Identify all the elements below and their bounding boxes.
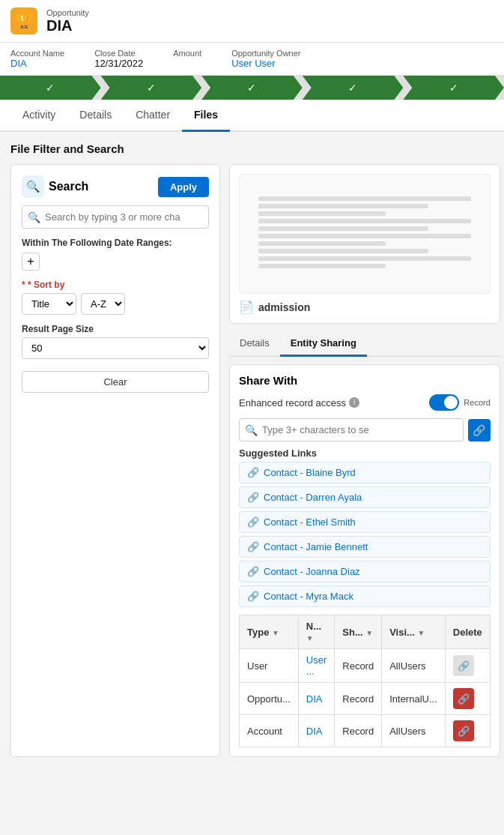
enhanced-label: Enhanced record access i (239, 397, 359, 409)
tab-details[interactable]: Details (67, 100, 124, 132)
row-type: Account (240, 715, 299, 747)
toggle-wrap: Record (429, 394, 490, 411)
col-visibility: Visi... ▼ (382, 615, 446, 649)
owner-value[interactable]: User User (231, 58, 300, 69)
list-item[interactable]: 🔗 Contact - Myra Mack (239, 585, 491, 607)
delete-button[interactable]: 🔗 (453, 688, 474, 709)
chain-icon: 🔗 (247, 467, 259, 478)
filter-container: 🔍 Search Apply 🔍 Within The Following Da… (10, 164, 494, 757)
row-name[interactable]: User ... (298, 649, 334, 683)
delete-button[interactable]: 🔗 (453, 720, 474, 741)
progress-step-3[interactable]: ✓ (201, 76, 303, 100)
list-item[interactable]: 🔗 Contact - Ethel Smith (239, 511, 491, 533)
sort-arrow[interactable]: ▼ (272, 629, 279, 637)
document-preview: 📄 admission (229, 164, 500, 324)
row-name[interactable]: DIA (298, 683, 334, 715)
search-header: 🔍 Search Apply (22, 175, 209, 198)
doc-line (258, 226, 428, 231)
tab-activity[interactable]: Activity (10, 100, 67, 132)
delete-button-disabled[interactable]: 🔗 (453, 655, 474, 676)
account-label: Account Name (10, 49, 64, 58)
doc-line (258, 211, 386, 216)
suggested-links-label: Suggested Links (239, 447, 491, 459)
row-visibility: AllUsers (382, 715, 446, 747)
header-title: DIA (46, 17, 89, 34)
doc-line (258, 234, 471, 238)
sort-section: * * Sort by Title Name Date A-Z Z-A (22, 280, 209, 315)
progress-step-5[interactable]: ✓ (403, 76, 504, 100)
row-type: Opportu... (240, 683, 299, 715)
add-date-range-button[interactable]: + (22, 253, 40, 271)
sort-field-select[interactable]: Title Name Date (22, 293, 76, 315)
search-input-wrap: 🔍 (22, 205, 209, 229)
doc-line (258, 219, 471, 223)
enhanced-toggle[interactable] (429, 394, 459, 411)
row-type: User (240, 649, 299, 683)
page-size-select[interactable]: 50 25 100 (22, 337, 209, 359)
table-row: Opportu... DIA Record InternalU... 🔗 (240, 683, 491, 715)
list-item[interactable]: 🔗 Contact - Blaine Byrd (239, 462, 491, 483)
tab-files[interactable]: Files (182, 100, 230, 132)
list-item[interactable]: 🔗 Contact - Darren Ayala (239, 486, 491, 508)
progress-step-1[interactable]: ✓ (0, 76, 101, 100)
sort-arrow[interactable]: ▼ (306, 634, 314, 642)
close-date-value: 12/31/2022 (94, 58, 143, 69)
chain-icon: 🔗 (247, 516, 259, 528)
doc-lines (258, 196, 471, 271)
progress-step-4[interactable]: ✓ (303, 76, 404, 100)
tab-chatter[interactable]: Chatter (124, 100, 182, 132)
search-label: Search (49, 180, 88, 193)
header-text: Opportunity DIA (46, 8, 89, 34)
doc-name: admission (258, 301, 310, 313)
search-input-icon: 🔍 (28, 211, 40, 223)
chain-icon: 🔗 (247, 566, 259, 577)
meta-account: Account Name DIA (10, 49, 64, 69)
search-input[interactable] (22, 205, 209, 229)
col-name: N... ▼ (298, 615, 334, 649)
col-share: Sh... ▼ (335, 615, 382, 649)
sort-order-select[interactable]: A-Z Z-A (81, 293, 125, 315)
subtab-entity-sharing[interactable]: Entity Sharing (280, 331, 367, 357)
table-row: User User ... Record AllUsers 🔗 (240, 649, 491, 683)
type-input-wrap: 🔍 🔗 (239, 418, 491, 441)
row-share: Record (335, 683, 382, 715)
row-delete: 🔗 (445, 649, 490, 683)
sort-arrow[interactable]: ▼ (418, 629, 425, 637)
meta-close-date: Close Date 12/31/2022 (94, 49, 143, 69)
link-button[interactable]: 🔗 (468, 419, 491, 441)
link-text: Contact - Joanna Diaz (264, 566, 360, 577)
sort-row: Title Name Date A-Z Z-A (22, 293, 209, 315)
tabs: Activity Details Chatter Files (0, 100, 504, 132)
subtab-details[interactable]: Details (229, 331, 280, 357)
type-search-input[interactable] (239, 418, 464, 441)
subtabs: Details Entity Sharing (229, 331, 500, 357)
row-delete: 🔗 (445, 715, 490, 747)
row-name[interactable]: DIA (298, 715, 334, 747)
pdf-icon: 📄 (239, 300, 254, 314)
account-value[interactable]: DIA (10, 58, 64, 69)
chain-icon: 🔗 (247, 492, 259, 503)
apply-button[interactable]: Apply (158, 177, 209, 197)
list-item[interactable]: 🔗 Contact - Joanna Diaz (239, 561, 491, 582)
toggle-label: Record (464, 398, 490, 407)
doc-line (258, 241, 386, 246)
meta-amount: Amount (173, 49, 201, 69)
clear-button[interactable]: Clear (22, 371, 209, 393)
doc-label: 📄 admission (239, 300, 491, 314)
share-title: Share With (239, 374, 491, 387)
info-icon[interactable]: i (349, 397, 359, 408)
close-date-label: Close Date (94, 49, 143, 58)
row-share: Record (335, 715, 382, 747)
doc-line (258, 196, 471, 201)
chain-icon: 🔗 (247, 591, 259, 602)
table-row: Account DIA Record AllUsers 🔗 (240, 715, 491, 747)
list-item[interactable]: 🔗 Contact - Jamie Bennett (239, 536, 491, 558)
col-type: Type ▼ (240, 615, 299, 649)
app-icon: 🏆 (10, 7, 37, 34)
document-thumbnail (239, 174, 491, 294)
share-section: Share With Enhanced record access i Reco… (229, 364, 500, 757)
sort-label: * * Sort by (22, 280, 209, 290)
sort-arrow[interactable]: ▼ (365, 629, 373, 637)
progress-step-2[interactable]: ✓ (101, 76, 202, 100)
results-panel: 📄 admission Details Entity Sharing Share… (229, 164, 500, 757)
